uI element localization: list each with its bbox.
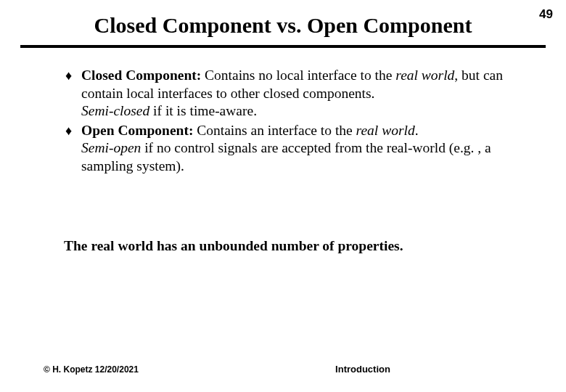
title-divider [20, 45, 546, 48]
bullet-lead: Closed Component: [81, 68, 201, 83]
diamond-icon: ♦ [65, 122, 81, 139]
slide-title: Closed Component vs. Open Component [44, 13, 522, 38]
footer-center: Introduction [0, 364, 566, 375]
slide: 49 Closed Component vs. Open Component ♦… [0, 0, 566, 392]
bullet-seg: Contains an interface to the [193, 123, 356, 138]
bullet-italic: real world [395, 68, 454, 83]
bullet-seg: . [415, 123, 419, 138]
page-number: 49 [539, 7, 553, 22]
bullet-italic: Semi-open [81, 140, 141, 155]
bullet-seg: if no control signals are accepted from … [81, 140, 491, 173]
bullet-text: Open Component: Contains an interface to… [81, 122, 509, 176]
bullet-lead: Open Component: [81, 123, 193, 138]
diamond-icon: ♦ [65, 67, 81, 84]
bullet-text: Closed Component: Contains no local inte… [81, 67, 509, 121]
title-wrap: Closed Component vs. Open Component [44, 13, 522, 38]
bullet-seg: if it is time-aware. [149, 103, 257, 118]
content-area: ♦ Closed Component: Contains no local in… [65, 67, 509, 176]
list-item: ♦ Closed Component: Contains no local in… [65, 67, 509, 121]
summary-statement: The real world has an unbounded number o… [64, 238, 505, 254]
bullet-italic: Semi-closed [81, 103, 149, 118]
list-item: ♦ Open Component: Contains an interface … [65, 122, 509, 176]
bullet-seg: Contains no local interface to the [201, 68, 395, 83]
bullet-italic: real world [356, 123, 415, 138]
